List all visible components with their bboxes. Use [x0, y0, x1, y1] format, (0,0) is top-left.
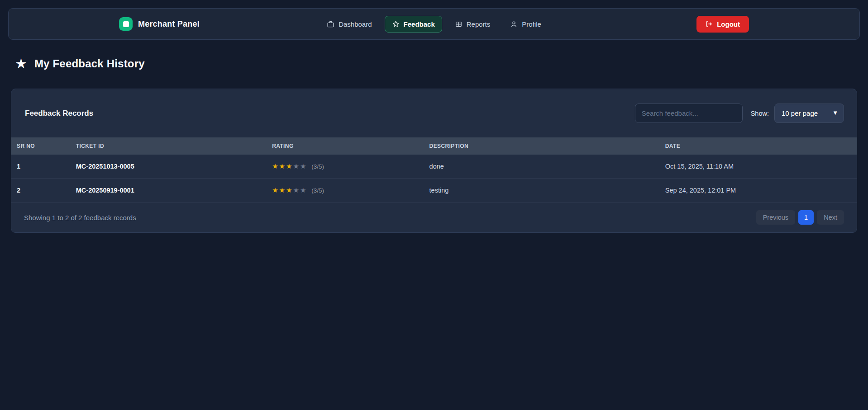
star-rating: ★★★★★ — [272, 162, 307, 170]
star-filled-icon: ★ — [272, 162, 279, 170]
briefcase-icon — [327, 20, 334, 28]
logo-inner-square — [123, 21, 129, 27]
logout-button[interactable]: Logout — [696, 16, 749, 33]
cell-ticket-id: MC-20250919-0001 — [71, 179, 267, 203]
page-title-row: ★ My Feedback History — [15, 57, 868, 71]
navbar-right: Logout — [548, 16, 749, 33]
search-input[interactable] — [635, 104, 743, 123]
card-footer: Showing 1 to 2 of 2 feedback records Pre… — [11, 203, 857, 232]
logout-label: Logout — [717, 20, 740, 28]
person-icon — [510, 20, 518, 28]
star-empty-icon: ★ — [293, 186, 300, 194]
feedback-table-body: 1 MC-20251013-0005 ★★★★★ (3/5) done Oct … — [11, 155, 857, 203]
table-row: 2 MC-20250919-0001 ★★★★★ (3/5) testing S… — [11, 179, 857, 203]
merchant-logo-icon — [119, 17, 133, 31]
table-header-row: SR NO TICKET ID RATING DESCRIPTION DATE — [11, 137, 857, 155]
nav-item-label: Feedback — [404, 20, 435, 28]
header-controls: Show: 10 per page ▼ — [635, 104, 844, 123]
logout-icon — [706, 20, 713, 28]
cell-description: testing — [424, 179, 660, 203]
cell-date: Sep 24, 2025, 12:01 PM — [660, 179, 857, 203]
star-empty-icon: ★ — [300, 162, 307, 170]
top-navbar: Merchant Panel Dashboard Feedback — [8, 8, 860, 40]
rating-text: (3/5) — [311, 163, 324, 170]
navbar-container: Merchant Panel Dashboard Feedback — [119, 9, 749, 39]
feedback-table: SR NO TICKET ID RATING DESCRIPTION DATE … — [11, 137, 857, 203]
nav-item-feedback[interactable]: Feedback — [385, 16, 442, 33]
brand: Merchant Panel — [119, 17, 320, 31]
show-label: Show: — [751, 110, 769, 117]
star-empty-icon: ★ — [293, 162, 300, 170]
title-star-icon: ★ — [15, 57, 27, 71]
next-page-button[interactable]: Next — [817, 210, 844, 225]
nav-item-dashboard[interactable]: Dashboard — [320, 16, 379, 33]
records-summary: Showing 1 to 2 of 2 feedback records — [24, 214, 136, 221]
per-page-select-wrap: 10 per page ▼ — [774, 104, 844, 123]
nav-item-profile[interactable]: Profile — [503, 16, 548, 33]
pagination: Previous 1 Next — [756, 210, 844, 225]
cell-sr-no: 1 — [11, 155, 71, 179]
nav-item-label: Profile — [522, 20, 541, 28]
cell-ticket-id: MC-20251013-0005 — [71, 155, 267, 179]
nav-links: Dashboard Feedback Reports — [320, 16, 548, 33]
brand-name: Merchant Panel — [138, 19, 200, 29]
header-date: DATE — [660, 137, 857, 155]
cell-rating: ★★★★★ (3/5) — [267, 155, 424, 179]
star-empty-icon: ★ — [300, 186, 307, 194]
cell-date: Oct 15, 2025, 11:10 AM — [660, 155, 857, 179]
nav-item-label: Dashboard — [339, 20, 372, 28]
header-ticket-id: TICKET ID — [71, 137, 267, 155]
star-filled-icon: ★ — [286, 162, 293, 170]
nav-item-reports[interactable]: Reports — [448, 16, 498, 33]
page-1-button[interactable]: 1 — [798, 210, 814, 225]
card-title: Feedback Records — [25, 109, 93, 118]
table-head: SR NO TICKET ID RATING DESCRIPTION DATE — [11, 137, 857, 155]
per-page-select[interactable]: 10 per page — [774, 104, 844, 123]
star-filled-icon: ★ — [279, 162, 286, 170]
cell-description: done — [424, 155, 660, 179]
star-icon — [392, 20, 400, 28]
nav-item-label: Reports — [467, 20, 491, 28]
table-row: 1 MC-20251013-0005 ★★★★★ (3/5) done Oct … — [11, 155, 857, 179]
star-filled-icon: ★ — [272, 186, 279, 194]
header-rating: RATING — [267, 137, 424, 155]
feedback-records-card: Feedback Records Show: 10 per page ▼ SR … — [11, 89, 857, 233]
star-rating: ★★★★★ — [272, 186, 307, 194]
card-header: Feedback Records Show: 10 per page ▼ — [11, 89, 857, 137]
header-description: DESCRIPTION — [424, 137, 660, 155]
page-title: My Feedback History — [34, 57, 145, 70]
reports-grid-icon — [455, 20, 463, 28]
star-filled-icon: ★ — [286, 186, 293, 194]
star-filled-icon: ★ — [279, 186, 286, 194]
cell-sr-no: 2 — [11, 179, 71, 203]
cell-rating: ★★★★★ (3/5) — [267, 179, 424, 203]
previous-page-button[interactable]: Previous — [756, 210, 795, 225]
rating-text: (3/5) — [311, 187, 324, 194]
header-sr-no: SR NO — [11, 137, 71, 155]
